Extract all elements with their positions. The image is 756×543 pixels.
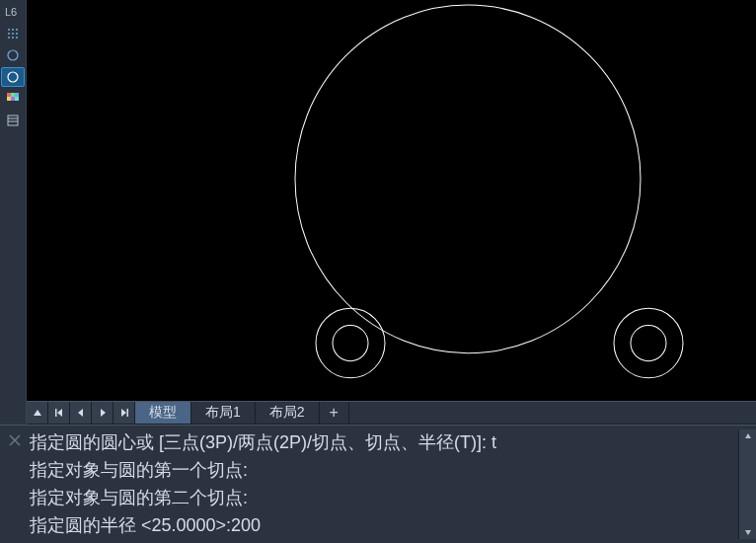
- tab-last-button[interactable]: [113, 402, 135, 424]
- tool-ortho[interactable]: [1, 45, 25, 65]
- command-line: 指定圆的圆心或 [三点(3P)/两点(2P)/切点、切点、半径(T)]: t: [30, 429, 738, 455]
- svg-rect-12: [7, 93, 11, 97]
- layout-tab[interactable]: 布局2: [256, 402, 320, 424]
- tab-collapse-button[interactable]: [27, 402, 48, 424]
- left-toolbar: L6: [0, 0, 27, 425]
- layout-tab-label: 布局1: [205, 404, 241, 422]
- svg-rect-16: [11, 97, 15, 101]
- svg-point-11: [8, 72, 18, 82]
- svg-rect-22: [55, 409, 57, 417]
- drawing-circle: [333, 325, 368, 360]
- svg-marker-25: [101, 409, 106, 417]
- command-line: 指定对象与圆的第一个切点:: [30, 457, 738, 483]
- svg-point-10: [8, 50, 18, 60]
- drawing-circle: [316, 308, 385, 378]
- svg-point-8: [12, 37, 14, 39]
- drawing-canvas[interactable]: [27, 0, 756, 401]
- svg-marker-21: [34, 410, 41, 416]
- svg-point-6: [16, 33, 18, 35]
- command-close-button[interactable]: [0, 429, 30, 539]
- svg-text:L6: L6: [5, 6, 17, 18]
- layout-tab-label: 布局2: [269, 404, 305, 422]
- svg-point-9: [16, 37, 18, 39]
- svg-marker-31: [745, 530, 751, 535]
- tab-add-label: +: [329, 404, 338, 422]
- tool-layers[interactable]: L6: [1, 2, 25, 22]
- command-line: 指定圆的半径 <25.0000>:200: [30, 512, 738, 538]
- tool-circle-select[interactable]: [1, 67, 25, 87]
- layout-tab-bar: 模型布局1布局2 +: [27, 401, 756, 425]
- svg-rect-14: [15, 93, 19, 97]
- command-panel: 指定圆的圆心或 [三点(3P)/两点(2P)/切点、切点、半径(T)]: t指定…: [0, 425, 756, 543]
- command-scrollbar[interactable]: [738, 429, 756, 539]
- scroll-up-icon[interactable]: [744, 429, 752, 443]
- svg-rect-27: [126, 409, 128, 417]
- svg-point-5: [12, 33, 14, 35]
- tool-grid-colors[interactable]: [1, 89, 25, 109]
- svg-point-7: [8, 37, 10, 39]
- layout-tab-label: 模型: [149, 404, 177, 422]
- tab-next-button[interactable]: [92, 402, 113, 424]
- tool-grid-dots[interactable]: [1, 24, 25, 43]
- tab-first-button[interactable]: [48, 402, 70, 424]
- svg-marker-30: [745, 433, 751, 438]
- layout-tab[interactable]: 布局1: [191, 402, 256, 424]
- drawing-circle: [295, 5, 641, 353]
- tab-add-button[interactable]: +: [320, 402, 349, 424]
- svg-rect-18: [8, 116, 18, 125]
- svg-point-3: [16, 29, 18, 31]
- svg-point-2: [12, 29, 14, 31]
- drawing-circle: [614, 308, 683, 378]
- svg-rect-13: [11, 93, 15, 97]
- svg-point-4: [8, 33, 10, 35]
- drawing-circle: [631, 325, 666, 360]
- command-history: 指定圆的圆心或 [三点(3P)/两点(2P)/切点、切点、半径(T)]: t指定…: [30, 429, 738, 539]
- svg-rect-17: [15, 97, 19, 101]
- svg-marker-24: [78, 409, 83, 417]
- svg-marker-23: [57, 409, 62, 417]
- command-line: 指定对象与圆的第二个切点:: [30, 485, 738, 510]
- svg-rect-15: [7, 97, 11, 101]
- layout-tab[interactable]: 模型: [135, 402, 191, 424]
- tab-prev-button[interactable]: [70, 402, 92, 424]
- tool-table[interactable]: [1, 111, 25, 130]
- scroll-down-icon[interactable]: [744, 525, 752, 539]
- svg-point-1: [8, 29, 10, 31]
- svg-marker-26: [121, 409, 126, 417]
